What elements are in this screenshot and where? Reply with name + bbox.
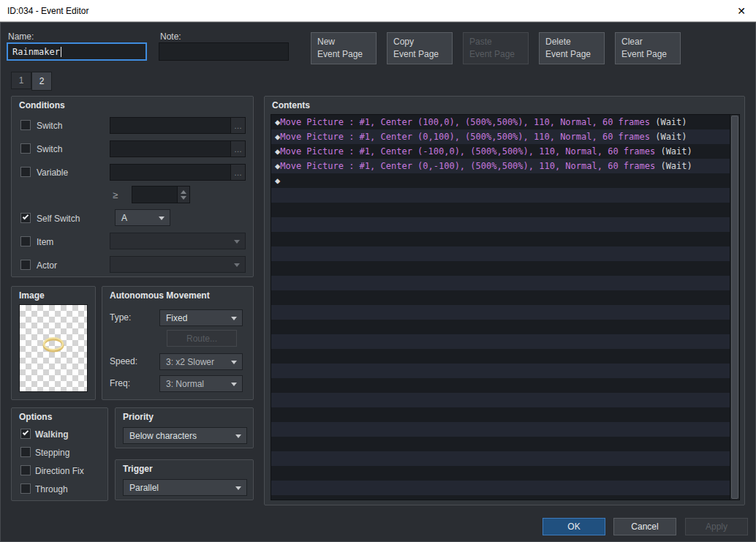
tab-page-2[interactable]: 2: [31, 72, 52, 91]
switch2-label: Switch: [37, 144, 62, 154]
event-command-text: Move Picture : #1, Center (0,100), (500%…: [280, 132, 650, 142]
walking-label: Walking: [35, 429, 69, 440]
self-switch-select[interactable]: A: [115, 209, 170, 226]
checkmark-icon: [23, 429, 29, 435]
apply-button: Apply: [685, 518, 748, 535]
text-cursor: [61, 47, 61, 57]
switch1-browse-button: …: [230, 118, 245, 133]
chevron-down-icon: [234, 263, 240, 267]
direction-fix-label: Direction Fix: [35, 466, 84, 476]
close-icon[interactable]: ✕: [734, 4, 749, 18]
movement-speed-value: 3: x2 Slower: [166, 357, 214, 367]
gte-label: ≥: [113, 189, 118, 200]
event-command-row[interactable]: ◆Move Picture : #1, Center (100,0), (500…: [271, 115, 739, 129]
name-label: Name:: [8, 31, 34, 42]
movement-type-select[interactable]: Fixed: [159, 309, 243, 326]
chevron-down-icon: [231, 383, 237, 386]
speed-label: Speed:: [110, 356, 137, 366]
event-command-row[interactable]: ◆: [271, 173, 739, 188]
walking-checkbox[interactable]: [20, 429, 31, 439]
chevron-down-icon: [235, 486, 241, 490]
ok-button[interactable]: OK: [543, 518, 605, 535]
through-label: Through: [35, 484, 68, 494]
stepping-label: Stepping: [35, 448, 69, 458]
conditions-group: Conditions Switch … Switch … Variable … …: [11, 96, 254, 277]
note-input[interactable]: [159, 42, 289, 61]
event-command-text: Move Picture : #1, Center (100,0), (500%…: [280, 117, 650, 127]
trigger-title: Trigger: [123, 464, 153, 474]
chevron-down-icon: [235, 434, 241, 438]
image-title: Image: [19, 290, 45, 301]
copy-event-page-button[interactable]: Copy Event Page: [387, 32, 453, 64]
variable-checkbox[interactable]: [20, 167, 31, 177]
paste-event-page-button: Paste Event Page: [463, 32, 529, 64]
event-image-preview[interactable]: [19, 304, 88, 392]
actor-select: [110, 256, 246, 273]
command-wait-flag: (Wait): [655, 146, 692, 157]
switch1-label: Switch: [37, 121, 62, 131]
movement-speed-select[interactable]: 3: x2 Slower: [159, 353, 243, 370]
tab-page-1[interactable]: 1: [11, 72, 31, 89]
switch1-checkbox[interactable]: [20, 120, 31, 130]
command-wait-flag: (Wait): [655, 161, 692, 171]
chevron-down-icon: [159, 217, 165, 220]
type-label: Type:: [110, 312, 131, 323]
scrollbar-thumb[interactable]: [731, 116, 738, 499]
event-command-list[interactable]: ◆Move Picture : #1, Center (100,0), (500…: [271, 114, 740, 500]
priority-title: Priority: [123, 412, 154, 422]
self-switch-label: Self Switch: [37, 214, 80, 224]
name-input[interactable]: Rainmaker: [7, 42, 147, 61]
self-switch-checkbox[interactable]: [20, 213, 31, 223]
switch2-checkbox[interactable]: [20, 143, 31, 154]
movement-title: Autonomous Movement: [110, 290, 210, 301]
image-group: Image: [11, 286, 96, 400]
spinner-down-icon: [181, 196, 186, 200]
priority-group: Priority Below characters: [115, 407, 254, 448]
actor-checkbox[interactable]: [20, 260, 31, 270]
command-wait-flag: (Wait): [650, 117, 687, 127]
self-switch-value: A: [121, 213, 127, 223]
options-group: Options Walking Stepping Direction Fix T…: [11, 407, 108, 501]
priority-select[interactable]: Below characters: [123, 427, 247, 444]
event-command-row[interactable]: ◆Move Picture : #1, Center (-100,0), (50…: [271, 144, 739, 159]
command-wait-flag: (Wait): [650, 132, 687, 142]
direction-fix-checkbox[interactable]: [20, 465, 31, 475]
event-command-text: Move Picture : #1, Center (-100,0), (500…: [280, 146, 655, 157]
priority-value: Below characters: [129, 431, 197, 441]
delete-event-page-button[interactable]: Delete Event Page: [539, 32, 605, 64]
event-command-row[interactable]: ◆Move Picture : #1, Center (0,-100), (50…: [271, 159, 739, 173]
chevron-down-icon: [231, 317, 237, 320]
vertical-scrollbar[interactable]: [730, 115, 739, 500]
variable-value-spinner: [132, 186, 190, 203]
event-command-text: Move Picture : #1, Center (0,-100), (500…: [280, 161, 655, 171]
trigger-select[interactable]: Parallel: [123, 479, 247, 496]
movement-freq-select[interactable]: 3: Normal: [159, 375, 243, 392]
title-bar: ID:034 - Event Editor ✕: [0, 0, 756, 22]
event-command-row[interactable]: ◆Move Picture : #1, Center (0,100), (500…: [271, 129, 739, 144]
movement-type-value: Fixed: [166, 313, 187, 323]
chevron-down-icon: [234, 240, 240, 244]
route-button: Route...: [167, 330, 237, 347]
switch1-field: …: [110, 117, 246, 134]
contents-group: Contents ◆Move Picture : #1, Center (100…: [264, 96, 745, 505]
switch2-browse-button: …: [230, 141, 245, 157]
item-label: Item: [37, 237, 53, 247]
clear-event-page-button[interactable]: Clear Event Page: [615, 32, 681, 64]
cancel-button[interactable]: Cancel: [613, 518, 676, 535]
autonomous-movement-group: Autonomous Movement Type: Fixed Route...…: [102, 286, 254, 400]
note-label: Note:: [160, 31, 181, 42]
options-title: Options: [19, 412, 52, 422]
spinner-up-icon: [181, 190, 186, 194]
variable-label: Variable: [37, 168, 68, 178]
stepping-checkbox[interactable]: [20, 447, 31, 457]
variable-browse-button: …: [230, 165, 245, 180]
character-sprite: [40, 335, 67, 354]
through-checkbox[interactable]: [20, 483, 31, 494]
actor-label: Actor: [37, 260, 57, 271]
item-checkbox[interactable]: [20, 236, 31, 246]
trigger-group: Trigger Parallel: [115, 459, 254, 500]
window-title: ID:034 - Event Editor: [7, 6, 88, 16]
new-event-page-button[interactable]: New Event Page: [311, 32, 377, 64]
spinner-buttons: [177, 187, 189, 203]
switch2-field: …: [110, 140, 246, 157]
